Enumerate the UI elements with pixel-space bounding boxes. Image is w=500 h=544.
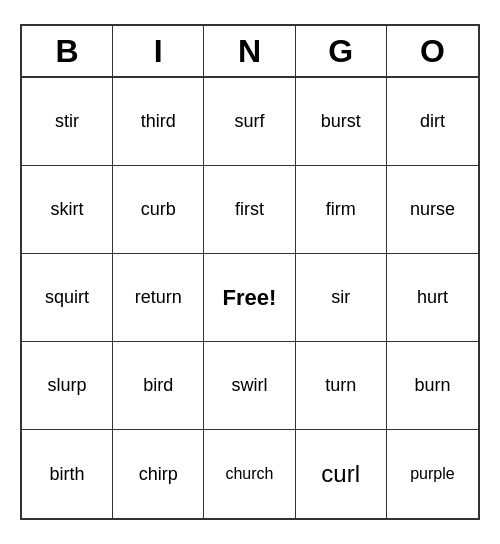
- bingo-cell-r1-c0[interactable]: skirt: [22, 166, 113, 254]
- header-letter: B: [22, 26, 113, 76]
- bingo-cell-r1-c4[interactable]: nurse: [387, 166, 478, 254]
- bingo-card: BINGO stirthirdsurfburstdirtskirtcurbfir…: [20, 24, 480, 520]
- bingo-cell-r1-c2[interactable]: first: [204, 166, 295, 254]
- bingo-header: BINGO: [22, 26, 478, 78]
- header-letter: O: [387, 26, 478, 76]
- bingo-grid: stirthirdsurfburstdirtskirtcurbfirstfirm…: [22, 78, 478, 518]
- bingo-cell-r3-c4[interactable]: burn: [387, 342, 478, 430]
- bingo-cell-r3-c2[interactable]: swirl: [204, 342, 295, 430]
- bingo-cell-r3-c0[interactable]: slurp: [22, 342, 113, 430]
- bingo-cell-r1-c3[interactable]: firm: [296, 166, 387, 254]
- bingo-cell-r4-c1[interactable]: chirp: [113, 430, 204, 518]
- bingo-cell-r2-c4[interactable]: hurt: [387, 254, 478, 342]
- bingo-cell-r0-c1[interactable]: third: [113, 78, 204, 166]
- header-letter: N: [204, 26, 295, 76]
- bingo-cell-r3-c1[interactable]: bird: [113, 342, 204, 430]
- bingo-cell-r4-c3[interactable]: curl: [296, 430, 387, 518]
- header-letter: I: [113, 26, 204, 76]
- header-letter: G: [296, 26, 387, 76]
- bingo-cell-r4-c0[interactable]: birth: [22, 430, 113, 518]
- bingo-cell-r0-c3[interactable]: burst: [296, 78, 387, 166]
- bingo-cell-r2-c1[interactable]: return: [113, 254, 204, 342]
- bingo-cell-r4-c4[interactable]: purple: [387, 430, 478, 518]
- bingo-cell-r2-c3[interactable]: sir: [296, 254, 387, 342]
- bingo-cell-r0-c4[interactable]: dirt: [387, 78, 478, 166]
- bingo-cell-r0-c0[interactable]: stir: [22, 78, 113, 166]
- bingo-cell-r4-c2[interactable]: church: [204, 430, 295, 518]
- bingo-cell-r0-c2[interactable]: surf: [204, 78, 295, 166]
- bingo-cell-r3-c3[interactable]: turn: [296, 342, 387, 430]
- bingo-cell-r1-c1[interactable]: curb: [113, 166, 204, 254]
- bingo-cell-r2-c2[interactable]: Free!: [204, 254, 295, 342]
- bingo-cell-r2-c0[interactable]: squirt: [22, 254, 113, 342]
